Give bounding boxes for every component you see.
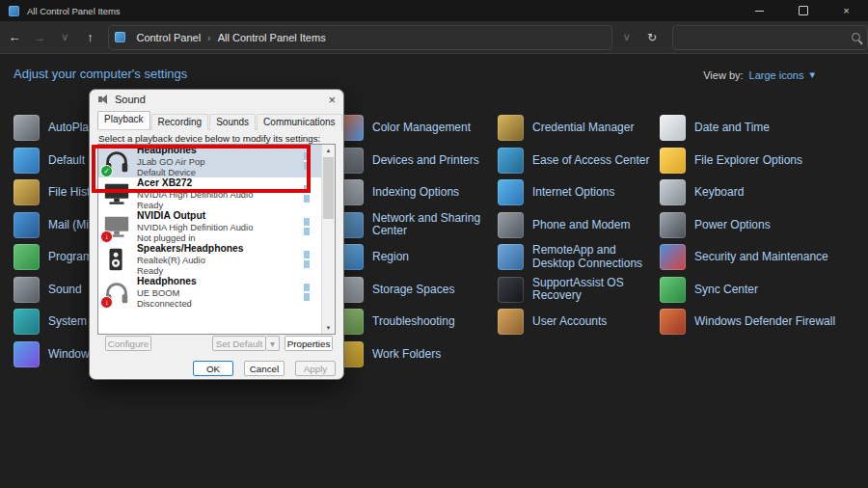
breadcrumb-control-panel[interactable]: Control Panel <box>132 30 204 45</box>
panel-item-credential-manager[interactable]: Credential Manager <box>498 112 658 145</box>
device-row-acer-xb272[interactable]: Acer XB272 NVIDIA High Definition Audio … <box>98 177 322 210</box>
security-maintenance-icon <box>660 244 686 270</box>
windows-defender-firewall-icon <box>660 309 686 335</box>
panel-item-label: Security and Maintenance <box>694 251 828 263</box>
panel-item-indexing[interactable]: Indexing Options <box>338 176 492 209</box>
panel-item-label: Region <box>372 251 409 263</box>
panel-item-supportassist[interactable]: SupportAssist OS Recovery <box>498 274 658 307</box>
tab-recording[interactable]: Recording <box>151 114 209 130</box>
panel-item-windows-defender-firewall[interactable]: Windows Defender Firewall <box>660 306 845 339</box>
maximize-button[interactable] <box>781 0 825 21</box>
credential-manager-icon <box>498 115 524 141</box>
device-name: Headphones <box>137 145 204 156</box>
panel-item-user-accounts[interactable]: User Accounts <box>498 306 658 339</box>
panel-item-label: Network and Sharing Center <box>372 212 492 238</box>
search-input[interactable] <box>680 31 852 44</box>
address-bar[interactable]: Control Panel › All Control Panel Items <box>108 25 611 50</box>
device-row-headphones-ueboom[interactable]: ↓ Headphones UE BOOM Disconnected <box>98 276 322 309</box>
minimize-button[interactable] <box>738 0 781 21</box>
device-name: NVIDIA Output <box>137 210 253 222</box>
caption-buttons: × <box>738 0 868 21</box>
set-default-dropdown-icon[interactable]: ▾ <box>266 336 280 351</box>
device-name: Acer XB272 <box>137 177 253 189</box>
apply-button[interactable]: Apply <box>295 361 336 376</box>
search-box[interactable] <box>672 25 868 50</box>
back-button[interactable]: ← <box>4 26 25 49</box>
device-info: Headphones UE BOOM Disconnected <box>137 276 197 310</box>
dialog-close-icon[interactable]: × <box>328 94 336 106</box>
panel-item-file-explorer-options[interactable]: File Explorer Options <box>660 145 845 177</box>
configure-button[interactable]: Configure <box>105 336 151 351</box>
file-history-icon <box>14 179 40 205</box>
panel-item-label: File Explorer Options <box>694 154 802 167</box>
tab-sounds[interactable]: Sounds <box>209 114 256 130</box>
dialog-titlebar[interactable]: Sound × <box>90 90 343 109</box>
panel-item-label: Work Folders <box>372 348 441 361</box>
scrollbar[interactable]: ▲ ▼ <box>321 145 335 334</box>
panel-item-label: Sound <box>48 284 82 296</box>
panel-item-ease-of-access[interactable]: Ease of Access Center <box>498 145 658 177</box>
windows-mobility-icon <box>14 341 40 367</box>
speaker-device-icon <box>102 245 131 274</box>
panel-item-devices-printers[interactable]: Devices and Printers <box>338 145 492 177</box>
panel-item-work-folders[interactable]: Work Folders <box>338 339 492 371</box>
cancel-button[interactable]: Cancel <box>244 361 285 376</box>
level-meter <box>304 251 310 268</box>
panel-item-date-time[interactable]: Date and Time <box>660 112 845 145</box>
panel-item-label: Keyboard <box>694 186 744 199</box>
ok-button[interactable]: OK <box>193 361 233 376</box>
panel-item-label: Ease of Access Center <box>532 154 649 167</box>
internet-options-icon <box>498 179 524 205</box>
device-row-nvidia-output[interactable]: ↓ NVIDIA Output NVIDIA High Definition A… <box>98 210 322 243</box>
forward-button[interactable]: → <box>29 26 50 49</box>
panel-item-label: Phone and Modem <box>532 219 630 231</box>
panel-item-troubleshooting[interactable]: Troubleshooting <box>338 306 492 339</box>
view-by-value[interactable]: Large icons <box>749 69 804 81</box>
panel-item-security-maintenance[interactable]: Security and Maintenance <box>660 241 845 274</box>
minimize-icon <box>755 11 764 12</box>
properties-button[interactable]: Properties <box>285 336 333 351</box>
panel-item-label: SupportAssist OS Recovery <box>532 277 658 303</box>
history-chevron-icon[interactable]: ∨ <box>54 26 75 49</box>
panel-item-sync-center[interactable]: Sync Center <box>660 274 845 307</box>
panel-item-network[interactable]: Network and Sharing Center <box>338 209 492 242</box>
set-default-button[interactable]: Set Default <box>212 336 266 351</box>
tab-strip: Playback Recording Sounds Communications <box>97 112 343 129</box>
panel-item-phone-modem[interactable]: Phone and Modem <box>498 209 658 242</box>
panel-item-keyboard[interactable]: Keyboard <box>660 176 845 209</box>
device-info: Acer XB272 NVIDIA High Definition Audio … <box>137 177 253 211</box>
scroll-up-icon[interactable]: ▲ <box>322 145 335 156</box>
level-meter <box>304 185 310 203</box>
device-actions: Configure Set Default ▾ Properties <box>105 336 333 351</box>
panel-item-label: Internet Options <box>532 186 614 199</box>
device-row-headphones-jlab[interactable]: ✓ Headphones JLab GO Air Pop Default Dev… <box>98 145 322 177</box>
up-button[interactable]: ↑ <box>79 26 100 49</box>
tab-playback[interactable]: Playback <box>97 111 150 129</box>
panel-item-label: Sync Center <box>694 284 758 296</box>
breadcrumb-all-items[interactable]: All Control Panel Items <box>214 30 330 45</box>
panel-item-color-management[interactable]: Color Management <box>338 112 492 145</box>
panel-item-power-options[interactable]: Power Options <box>660 209 845 242</box>
panel-item-remoteapp[interactable]: RemoteApp and Desktop Connections <box>498 241 658 274</box>
tab-communications[interactable]: Communications <box>257 114 341 130</box>
address-dropdown-icon[interactable]: ∨ <box>616 26 637 49</box>
panel-item-storage-spaces[interactable]: Storage Spaces <box>338 274 492 307</box>
panel-item-internet-options[interactable]: Internet Options <box>498 176 658 209</box>
device-row-speakers-headphones[interactable]: Speakers/Headphones Realtek(R) Audio Rea… <box>98 243 322 276</box>
window-titlebar[interactable]: All Control Panel Items × <box>0 0 868 21</box>
close-button[interactable]: × <box>825 0 868 21</box>
mail-icon <box>14 212 40 238</box>
panel-item-label: Power Options <box>694 219 771 231</box>
sound-dialog: Sound × Playback Recording Sounds Commun… <box>89 89 344 380</box>
device-info: Speakers/Headphones Realtek(R) Audio Rea… <box>137 243 243 277</box>
device-desc: JLab GO Air Pop <box>137 156 204 167</box>
device-desc: Realtek(R) Audio <box>137 255 243 265</box>
device-status: Disconnected <box>137 298 197 309</box>
panel-item-region[interactable]: Region <box>338 241 492 274</box>
refresh-icon[interactable]: ↻ <box>641 26 663 49</box>
scrollbar-thumb[interactable] <box>323 157 334 219</box>
view-by-caret-icon[interactable]: ▾ <box>809 68 815 81</box>
panel-item-label: Storage Spaces <box>372 284 454 296</box>
scroll-down-icon[interactable]: ▼ <box>322 322 335 334</box>
headphones-icon: ↓ <box>102 278 131 307</box>
